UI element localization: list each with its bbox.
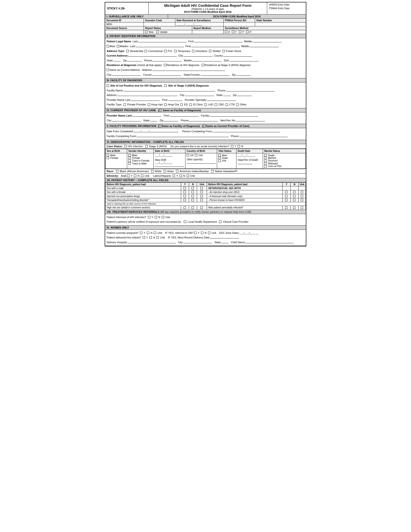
divorced-checkbox[interactable]	[264, 160, 267, 162]
vital-unk-checkbox[interactable]	[218, 160, 221, 162]
zip-field[interactable]	[127, 58, 142, 61]
provider-spec-field[interactable]	[207, 98, 236, 101]
v-date-d-field[interactable]	[141, 129, 149, 132]
same-current-checkbox[interactable]	[107, 69, 109, 71]
hiv-infection-checkbox[interactable]	[124, 145, 127, 148]
r3-unk-checkbox[interactable]	[301, 195, 303, 197]
site1-checkbox[interactable]	[107, 84, 109, 87]
l1-n-checkbox[interactable]	[191, 187, 194, 189]
gender-female-checkbox[interactable]	[128, 157, 131, 159]
american-indian-checkbox[interactable]	[176, 170, 178, 172]
alive-checkbox[interactable]	[218, 154, 221, 156]
facility-address-field[interactable]	[117, 93, 177, 96]
v-date-m-field[interactable]	[133, 129, 141, 132]
current-address-field[interactable]	[128, 54, 177, 57]
dead-checkbox[interactable]	[218, 157, 221, 159]
male-sex-checkbox[interactable]	[107, 154, 109, 156]
l4-unk-checkbox[interactable]	[200, 199, 203, 201]
l6-n-checkbox[interactable]	[191, 207, 194, 209]
alias-first-field[interactable]	[191, 44, 240, 47]
informed-y-checkbox[interactable]	[148, 216, 150, 218]
del-unk-checkbox[interactable]	[156, 236, 159, 239]
iv-zip-field[interactable]	[164, 118, 178, 121]
provider-first-field[interactable]	[168, 98, 183, 101]
maiden-checkbox[interactable]	[117, 45, 119, 48]
ob-unk-checkbox[interactable]	[208, 232, 210, 234]
facility-phone-field[interactable]	[226, 88, 274, 91]
res-county-field[interactable]	[152, 73, 181, 76]
same-facility-checkbox[interactable]	[159, 109, 161, 112]
single-checkbox[interactable]	[264, 154, 267, 156]
acute-n-checkbox[interactable]	[238, 145, 240, 148]
hosp-inpt-checkbox[interactable]	[148, 104, 150, 106]
l1-unk-checkbox[interactable]	[200, 187, 203, 189]
arab-y-checkbox[interactable]	[127, 175, 130, 177]
child-name-field[interactable]	[245, 240, 294, 243]
l6-unk-checkbox[interactable]	[200, 207, 203, 209]
facility-city-field[interactable]	[185, 93, 214, 96]
private-provider-checkbox[interactable]	[123, 104, 126, 106]
surv-f-checkbox[interactable]	[232, 31, 234, 33]
surv-r-checkbox[interactable]	[246, 31, 249, 33]
v-date-y-field[interactable]	[149, 129, 178, 132]
r4-unk-checkbox[interactable]	[301, 199, 303, 201]
preg-y-checkbox[interactable]	[140, 232, 142, 234]
id-clinic-checkbox[interactable]	[189, 104, 192, 106]
iv-facility-field[interactable]	[210, 114, 258, 116]
delivery-city-field[interactable]	[183, 240, 212, 243]
l3-y-checkbox[interactable]	[184, 195, 186, 197]
res-stage3-checkbox[interactable]	[202, 64, 204, 66]
alias-last-field[interactable]	[136, 44, 184, 47]
arab-n-checkbox[interactable]	[134, 175, 136, 177]
asian-checkbox[interactable]	[164, 170, 166, 172]
r2-unk-checkbox[interactable]	[301, 191, 303, 193]
state-field[interactable]	[114, 58, 121, 61]
r4-n-checkbox[interactable]	[293, 199, 295, 201]
homeless-checkbox[interactable]	[192, 50, 194, 52]
res-city-field[interactable]	[112, 73, 141, 76]
arab-unk-checkbox[interactable]	[141, 175, 143, 177]
hosp-out-checkbox[interactable]	[164, 104, 167, 106]
l4-y-checkbox[interactable]	[184, 199, 186, 201]
l4-n-checkbox[interactable]	[191, 199, 194, 201]
res-state-country-field[interactable]	[201, 73, 230, 76]
iv-state-field[interactable]	[150, 118, 157, 121]
white-checkbox[interactable]	[151, 170, 154, 172]
alias-middle-field[interactable]	[250, 44, 279, 47]
first-name-field[interactable]	[194, 39, 243, 42]
ob-y-checkbox[interactable]	[194, 232, 196, 234]
middle-name-field[interactable]	[253, 39, 282, 42]
l3-n-checkbox[interactable]	[191, 195, 194, 197]
delivery-hospital-field[interactable]	[127, 240, 176, 243]
alias-dob-name-field[interactable]	[155, 164, 184, 167]
iv-med-rec-field[interactable]	[236, 118, 265, 121]
city-field[interactable]	[184, 54, 213, 57]
v-phone-field[interactable]	[239, 134, 288, 137]
female-sex-checkbox[interactable]	[107, 157, 109, 159]
last-name-field[interactable]	[138, 39, 187, 42]
temporary-checkbox[interactable]	[174, 50, 177, 52]
surv-a-checkbox[interactable]	[225, 31, 227, 33]
peri-unk-checkbox[interactable]	[301, 207, 303, 209]
country-unk-checkbox[interactable]	[195, 154, 197, 156]
l2-n-checkbox[interactable]	[191, 191, 194, 193]
preg-unk-checkbox[interactable]	[154, 232, 156, 234]
married-checkbox[interactable]	[264, 157, 267, 159]
site2-checkbox[interactable]	[164, 84, 167, 87]
foster-home-checkbox[interactable]	[223, 50, 225, 52]
res-zip-field[interactable]	[236, 73, 251, 76]
r2-n-checkbox[interactable]	[293, 191, 295, 193]
country-other-field[interactable]	[187, 161, 216, 164]
native-hawaiian-checkbox[interactable]	[211, 170, 214, 172]
iv-provider-last-field[interactable]	[132, 114, 161, 116]
r2-y-checkbox[interactable]	[285, 191, 288, 193]
phone-field[interactable]	[153, 58, 182, 61]
informed-n-checkbox[interactable]	[155, 216, 157, 218]
preg-n-checkbox[interactable]	[147, 232, 149, 234]
shelter-checkbox[interactable]	[209, 50, 211, 52]
cbo-checkbox[interactable]	[215, 104, 217, 106]
other-checkbox[interactable]	[236, 104, 239, 106]
iv-city-field[interactable]	[112, 118, 141, 121]
r3-y-checkbox[interactable]	[285, 195, 288, 197]
facility-name-field[interactable]	[123, 88, 215, 91]
